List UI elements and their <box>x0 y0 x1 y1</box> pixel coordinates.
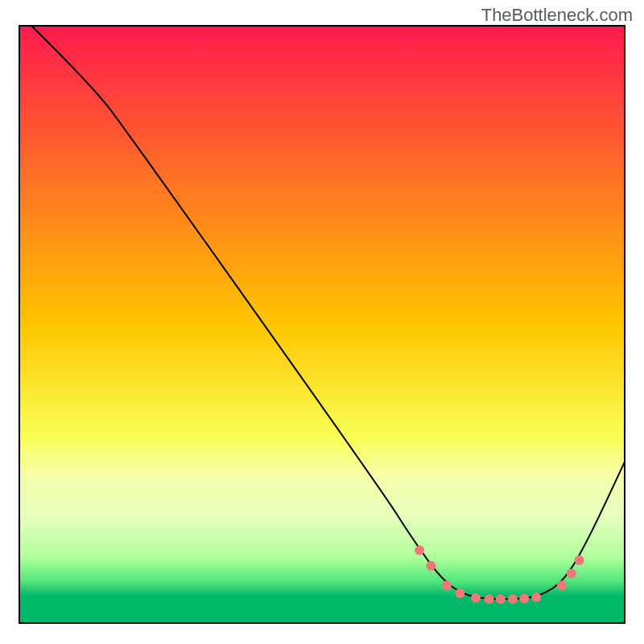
data-marker <box>442 580 452 590</box>
data-marker <box>567 568 576 578</box>
data-marker <box>575 555 584 565</box>
chart-container: TheBottleneck.com <box>0 0 644 644</box>
chart-background <box>19 26 625 623</box>
data-marker <box>519 594 529 604</box>
data-marker <box>557 580 567 590</box>
data-marker <box>531 592 541 602</box>
data-marker <box>485 594 494 604</box>
attribution-label: TheBottleneck.com <box>481 5 633 26</box>
bottleneck-chart <box>0 0 644 644</box>
data-marker <box>496 594 506 604</box>
data-marker <box>415 545 424 555</box>
data-marker <box>455 588 464 598</box>
data-marker <box>508 594 518 604</box>
data-marker <box>426 561 436 571</box>
data-marker <box>471 593 481 603</box>
